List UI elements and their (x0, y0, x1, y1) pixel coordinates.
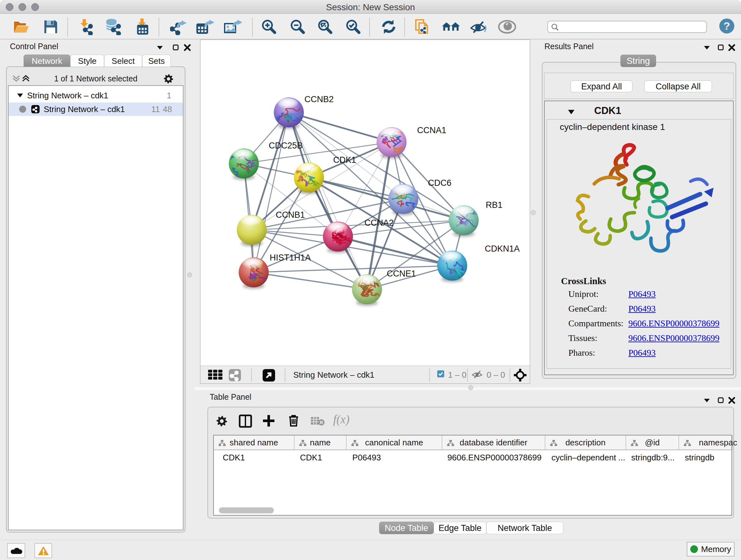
svg-text:CDC25B: CDC25B (269, 141, 303, 150)
svg-text:CCNB1: CCNB1 (276, 210, 305, 220)
svg-text:CDK1: CDK1 (333, 155, 356, 165)
svg-text:RB1: RB1 (486, 200, 502, 210)
svg-text:HIST1H1A: HIST1H1A (270, 253, 311, 262)
svg-text:CDKN1A: CDKN1A (485, 244, 520, 253)
svg-text:CCNB2: CCNB2 (305, 95, 334, 104)
svg-text:CCNA1: CCNA1 (417, 125, 447, 135)
svg-text:CDC6: CDC6 (428, 178, 452, 188)
svg-text:CCNA2: CCNA2 (364, 218, 394, 228)
svg-text:CCNE1: CCNE1 (387, 269, 416, 278)
